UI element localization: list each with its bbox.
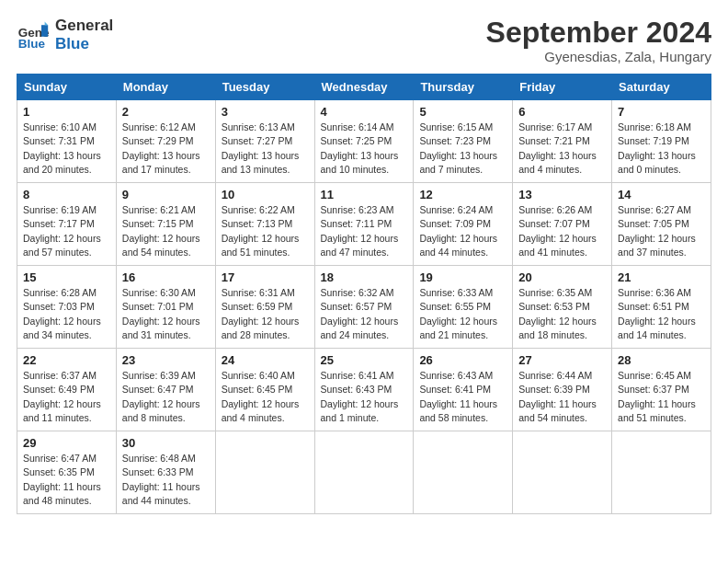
day-cell: 16Sunrise: 6:30 AMSunset: 7:01 PMDayligh… xyxy=(116,266,215,349)
weekday-header-sunday: Sunday xyxy=(17,75,117,100)
day-cell: 7Sunrise: 6:18 AMSunset: 7:19 PMDaylight… xyxy=(612,100,711,183)
logo-general: General xyxy=(55,17,113,35)
day-detail: Sunrise: 6:14 AMSunset: 7:25 PMDaylight:… xyxy=(321,121,408,177)
day-detail: Sunrise: 6:22 AMSunset: 7:13 PMDaylight:… xyxy=(222,203,309,259)
day-detail: Sunrise: 6:21 AMSunset: 7:15 PMDaylight:… xyxy=(122,203,210,259)
weekday-header-saturday: Saturday xyxy=(612,75,711,100)
calendar-table: SundayMondayTuesdayWednesdayThursdayFrid… xyxy=(17,74,711,514)
day-number: 18 xyxy=(321,270,408,284)
day-number: 20 xyxy=(518,270,606,284)
day-cell: 5Sunrise: 6:15 AMSunset: 7:23 PMDaylight… xyxy=(414,100,513,183)
day-number: 15 xyxy=(23,270,110,284)
day-number: 8 xyxy=(23,188,110,201)
day-detail: Sunrise: 6:40 AMSunset: 6:45 PMDaylight:… xyxy=(222,369,309,425)
day-cell xyxy=(314,431,414,514)
day-cell: 26Sunrise: 6:43 AMSunset: 6:41 PMDayligh… xyxy=(414,349,513,431)
day-number: 4 xyxy=(321,105,408,119)
day-number: 14 xyxy=(618,188,705,201)
day-number: 6 xyxy=(518,105,606,119)
week-row-4: 22Sunrise: 6:37 AMSunset: 6:49 PMDayligh… xyxy=(17,349,711,431)
day-detail: Sunrise: 6:12 AMSunset: 7:29 PMDaylight:… xyxy=(122,121,210,177)
day-cell: 25Sunrise: 6:41 AMSunset: 6:43 PMDayligh… xyxy=(314,349,414,431)
day-number: 28 xyxy=(618,353,705,367)
day-cell: 21Sunrise: 6:36 AMSunset: 6:51 PMDayligh… xyxy=(612,266,711,349)
svg-marker-3 xyxy=(45,21,49,25)
week-row-2: 8Sunrise: 6:19 AMSunset: 7:17 PMDaylight… xyxy=(17,183,711,266)
day-cell: 8Sunrise: 6:19 AMSunset: 7:17 PMDaylight… xyxy=(17,183,117,266)
day-detail: Sunrise: 6:32 AMSunset: 6:57 PMDaylight:… xyxy=(321,286,408,342)
day-number: 30 xyxy=(122,436,210,450)
logo-icon: General Blue xyxy=(17,18,50,52)
day-number: 5 xyxy=(419,105,506,119)
day-number: 16 xyxy=(122,270,210,284)
day-number: 21 xyxy=(618,270,705,284)
day-number: 26 xyxy=(419,353,506,367)
svg-text:Blue: Blue xyxy=(18,37,46,51)
weekday-header-row: SundayMondayTuesdayWednesdayThursdayFrid… xyxy=(17,75,711,100)
day-cell: 4Sunrise: 6:14 AMSunset: 7:25 PMDaylight… xyxy=(314,100,414,183)
day-detail: Sunrise: 6:17 AMSunset: 7:21 PMDaylight:… xyxy=(518,121,606,177)
day-cell xyxy=(513,431,612,514)
day-number: 17 xyxy=(222,270,309,284)
day-cell xyxy=(612,431,711,514)
day-cell: 29Sunrise: 6:47 AMSunset: 6:35 PMDayligh… xyxy=(17,431,117,514)
day-cell: 13Sunrise: 6:26 AMSunset: 7:07 PMDayligh… xyxy=(513,183,612,266)
weekday-header-thursday: Thursday xyxy=(414,75,513,100)
day-number: 23 xyxy=(122,353,210,367)
day-detail: Sunrise: 6:43 AMSunset: 6:41 PMDaylight:… xyxy=(419,369,506,425)
day-number: 1 xyxy=(23,105,110,119)
day-number: 29 xyxy=(23,436,110,450)
day-detail: Sunrise: 6:13 AMSunset: 7:27 PMDaylight:… xyxy=(222,121,309,177)
day-detail: Sunrise: 6:48 AMSunset: 6:33 PMDaylight:… xyxy=(122,452,210,508)
day-detail: Sunrise: 6:19 AMSunset: 7:17 PMDaylight:… xyxy=(23,203,110,259)
day-cell: 23Sunrise: 6:39 AMSunset: 6:47 PMDayligh… xyxy=(116,349,215,431)
week-row-3: 15Sunrise: 6:28 AMSunset: 7:03 PMDayligh… xyxy=(17,266,711,349)
day-cell: 12Sunrise: 6:24 AMSunset: 7:09 PMDayligh… xyxy=(414,183,513,266)
day-cell: 2Sunrise: 6:12 AMSunset: 7:29 PMDaylight… xyxy=(116,100,215,183)
day-cell: 30Sunrise: 6:48 AMSunset: 6:33 PMDayligh… xyxy=(116,431,215,514)
day-number: 25 xyxy=(321,353,408,367)
day-cell: 14Sunrise: 6:27 AMSunset: 7:05 PMDayligh… xyxy=(612,183,711,266)
day-detail: Sunrise: 6:35 AMSunset: 6:53 PMDaylight:… xyxy=(518,286,606,342)
day-detail: Sunrise: 6:37 AMSunset: 6:49 PMDaylight:… xyxy=(23,369,110,425)
day-number: 27 xyxy=(518,353,606,367)
page: General Blue General Blue September 2024… xyxy=(0,0,728,531)
day-detail: Sunrise: 6:45 AMSunset: 6:37 PMDaylight:… xyxy=(618,369,705,425)
title-block: September 2024 Gyenesdias, Zala, Hungary xyxy=(486,17,711,64)
day-detail: Sunrise: 6:33 AMSunset: 6:55 PMDaylight:… xyxy=(419,286,506,342)
day-number: 7 xyxy=(618,105,705,119)
day-cell: 10Sunrise: 6:22 AMSunset: 7:13 PMDayligh… xyxy=(215,183,314,266)
day-number: 19 xyxy=(419,270,506,284)
location: Gyenesdias, Zala, Hungary xyxy=(486,49,711,64)
day-detail: Sunrise: 6:28 AMSunset: 7:03 PMDaylight:… xyxy=(23,286,110,342)
day-detail: Sunrise: 6:30 AMSunset: 7:01 PMDaylight:… xyxy=(122,286,210,342)
day-detail: Sunrise: 6:23 AMSunset: 7:11 PMDaylight:… xyxy=(321,203,408,259)
day-detail: Sunrise: 6:15 AMSunset: 7:23 PMDaylight:… xyxy=(419,121,506,177)
day-detail: Sunrise: 6:26 AMSunset: 7:07 PMDaylight:… xyxy=(518,203,606,259)
day-cell xyxy=(414,431,513,514)
day-cell: 18Sunrise: 6:32 AMSunset: 6:57 PMDayligh… xyxy=(314,266,414,349)
day-cell: 22Sunrise: 6:37 AMSunset: 6:49 PMDayligh… xyxy=(17,349,117,431)
day-number: 2 xyxy=(122,105,210,119)
month-title: September 2024 xyxy=(486,17,711,49)
day-number: 3 xyxy=(222,105,309,119)
day-cell xyxy=(215,431,314,514)
day-cell: 19Sunrise: 6:33 AMSunset: 6:55 PMDayligh… xyxy=(414,266,513,349)
day-number: 11 xyxy=(321,188,408,201)
day-detail: Sunrise: 6:44 AMSunset: 6:39 PMDaylight:… xyxy=(518,369,606,425)
day-cell: 20Sunrise: 6:35 AMSunset: 6:53 PMDayligh… xyxy=(513,266,612,349)
weekday-header-monday: Monday xyxy=(116,75,215,100)
day-detail: Sunrise: 6:41 AMSunset: 6:43 PMDaylight:… xyxy=(321,369,408,425)
day-detail: Sunrise: 6:47 AMSunset: 6:35 PMDaylight:… xyxy=(23,452,110,508)
day-cell: 15Sunrise: 6:28 AMSunset: 7:03 PMDayligh… xyxy=(17,266,117,349)
day-cell: 1Sunrise: 6:10 AMSunset: 7:31 PMDaylight… xyxy=(17,100,117,183)
day-detail: Sunrise: 6:18 AMSunset: 7:19 PMDaylight:… xyxy=(618,121,705,177)
day-cell: 27Sunrise: 6:44 AMSunset: 6:39 PMDayligh… xyxy=(513,349,612,431)
day-cell: 9Sunrise: 6:21 AMSunset: 7:15 PMDaylight… xyxy=(116,183,215,266)
day-detail: Sunrise: 6:39 AMSunset: 6:47 PMDaylight:… xyxy=(122,369,210,425)
logo-blue: Blue xyxy=(55,35,113,53)
day-cell: 11Sunrise: 6:23 AMSunset: 7:11 PMDayligh… xyxy=(314,183,414,266)
day-number: 22 xyxy=(23,353,110,367)
day-cell: 28Sunrise: 6:45 AMSunset: 6:37 PMDayligh… xyxy=(612,349,711,431)
day-cell: 17Sunrise: 6:31 AMSunset: 6:59 PMDayligh… xyxy=(215,266,314,349)
